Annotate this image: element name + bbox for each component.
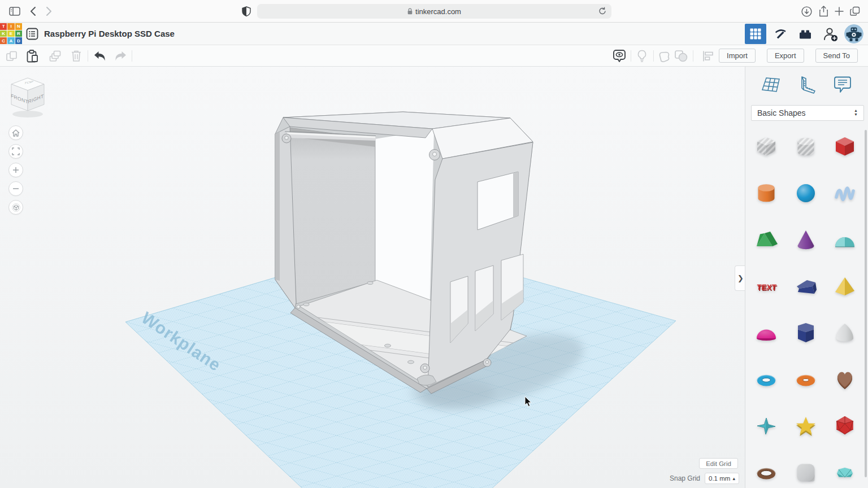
3d-viewport[interactable]: Workplane <box>0 67 745 488</box>
shape-wedge[interactable] <box>792 273 819 300</box>
logo-cell: T <box>0 23 7 30</box>
shape-scribble[interactable] <box>831 180 858 207</box>
shape-paraboloid[interactable] <box>831 320 858 347</box>
light-bulb-icon[interactable] <box>635 49 649 63</box>
paste-icon[interactable] <box>25 49 40 63</box>
shape-box[interactable] <box>831 133 858 160</box>
privacy-shield-icon[interactable] <box>240 5 253 18</box>
panel-scrollbar[interactable] <box>865 130 867 477</box>
logo-cell: K <box>0 30 7 37</box>
shape-gem[interactable] <box>831 459 858 486</box>
tinkercad-header: TINKERCAD Raspberry Pi Desktop SSD Case <box>0 23 868 45</box>
copy-icon[interactable] <box>4 49 19 63</box>
snap-grid-label: Snap Grid <box>670 474 700 482</box>
snap-grid-value: 0.1 mm <box>709 475 730 482</box>
sidebar-toggle-icon[interactable] <box>8 5 21 18</box>
tab-overview-icon[interactable] <box>848 5 862 18</box>
logo-cell: C <box>0 37 7 44</box>
scene[interactable]: Workplane <box>0 67 745 488</box>
downloads-icon[interactable] <box>800 5 813 18</box>
shapes-panel: Basic Shapes ▲▼ TEXT TEXT <box>745 67 868 488</box>
zoom-out-button[interactable] <box>8 181 23 196</box>
invite-collaborator-icon[interactable] <box>819 24 841 44</box>
shape-ring[interactable] <box>753 459 780 486</box>
delete-icon[interactable] <box>69 49 84 63</box>
home-view-button[interactable] <box>8 125 23 140</box>
shape-round-roof[interactable] <box>831 226 858 254</box>
shape-torus[interactable] <box>753 366 780 393</box>
new-tab-icon[interactable] <box>832 5 846 18</box>
snap-grid-select[interactable]: 0.1 mm ▴ <box>705 473 739 484</box>
view-cube[interactable]: TOP FRONT RIGHT <box>9 77 46 122</box>
shape-roof[interactable] <box>753 226 780 254</box>
forward-button[interactable] <box>42 5 55 18</box>
shape-torus-thick[interactable] <box>792 366 819 393</box>
brick-builder-icon[interactable] <box>795 24 816 44</box>
document-title[interactable]: Raspberry Pi Desktop SSD Case <box>44 29 175 38</box>
shape-heart[interactable] <box>831 366 858 393</box>
snap-grid-caret-icon: ▴ <box>732 476 735 481</box>
logo-cell: E <box>7 30 14 37</box>
viewport-nav <box>8 125 23 215</box>
shape-star-4point[interactable] <box>753 412 780 439</box>
perspective-toggle-button[interactable] <box>8 200 23 215</box>
shape-pyramid[interactable] <box>831 273 858 300</box>
shape-half-sphere[interactable] <box>753 320 780 347</box>
shape-text[interactable]: TEXT TEXT <box>753 273 780 300</box>
shape-hole-box[interactable] <box>753 133 780 160</box>
svg-text:TEXT: TEXT <box>756 283 777 291</box>
edit-grid-button[interactable]: Edit Grid <box>699 458 738 469</box>
logo-cell: R <box>15 30 22 37</box>
browser-toolbar: tinkercad.com <box>0 0 868 23</box>
redo-icon[interactable] <box>113 49 128 63</box>
shape-grid: TEXT TEXT <box>745 67 868 488</box>
duplicate-icon[interactable] <box>48 49 63 63</box>
panel-collapse-chevron[interactable]: ❯ <box>735 265 745 291</box>
logo-cell: D <box>15 37 22 44</box>
reload-icon[interactable] <box>598 7 606 17</box>
hole-shape-icon[interactable] <box>674 49 688 63</box>
zoom-in-button[interactable] <box>8 163 23 177</box>
url-text: tinkercad.com <box>415 7 461 16</box>
shape-cone[interactable] <box>792 226 819 254</box>
shape-cylinder[interactable] <box>753 180 780 207</box>
edit-toolbar: Import Export Send To <box>0 45 868 67</box>
shape-sphere[interactable] <box>792 180 819 207</box>
share-icon[interactable] <box>817 5 830 18</box>
solid-shape-icon[interactable] <box>657 49 671 63</box>
lock-icon <box>407 8 413 15</box>
fit-view-button[interactable] <box>8 144 23 159</box>
undo-icon[interactable] <box>92 49 107 63</box>
show-all-icon[interactable] <box>612 49 627 63</box>
import-button[interactable]: Import <box>719 49 756 63</box>
shape-dice[interactable] <box>792 459 819 486</box>
design-properties-icon[interactable] <box>26 28 38 40</box>
back-button[interactable] <box>26 5 40 18</box>
shape-star-5point[interactable] <box>792 412 819 439</box>
shape-polygon[interactable] <box>792 320 819 347</box>
tinkercad-logo[interactable]: TINKERCAD <box>0 23 22 44</box>
export-button[interactable]: Export <box>767 49 804 63</box>
minecraft-pickaxe-icon[interactable] <box>770 24 791 44</box>
send-to-button[interactable]: Send To <box>815 49 858 63</box>
address-bar[interactable]: tinkercad.com <box>257 4 611 19</box>
logo-cell: I <box>7 23 14 30</box>
dashboard-grid-button[interactable] <box>745 24 766 44</box>
align-icon[interactable] <box>701 49 715 63</box>
shape-icosahedron[interactable] <box>831 412 858 439</box>
logo-cell: N <box>15 23 22 30</box>
logo-cell: A <box>7 37 14 44</box>
shape-hole-cylinder[interactable] <box>792 133 819 160</box>
user-avatar[interactable] <box>844 24 863 43</box>
